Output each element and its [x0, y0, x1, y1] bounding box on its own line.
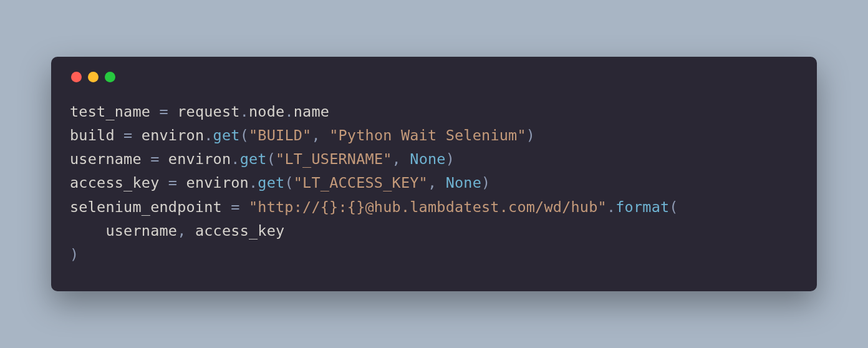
code-line-7: )	[70, 246, 79, 263]
code-window: test_name = request.node.name build = en…	[51, 57, 817, 291]
minimize-icon[interactable]	[88, 72, 99, 82]
window-controls	[70, 72, 798, 82]
code-block: test_name = request.node.name build = en…	[70, 100, 798, 266]
code-line-5: selenium_endpoint = "http://{}:{}@hub.la…	[70, 198, 678, 216]
code-line-4: access_key = environ.get("LT_ACCESS_KEY"…	[70, 174, 490, 191]
close-icon[interactable]	[71, 72, 82, 82]
code-line-3: username = environ.get("LT_USERNAME", No…	[70, 150, 455, 168]
maximize-icon[interactable]	[105, 72, 115, 82]
code-line-6: username, access_key	[70, 222, 284, 239]
code-line-2: build = environ.get("BUILD", "Python Wai…	[70, 127, 535, 144]
code-line-1: test_name = request.node.name	[70, 103, 329, 120]
